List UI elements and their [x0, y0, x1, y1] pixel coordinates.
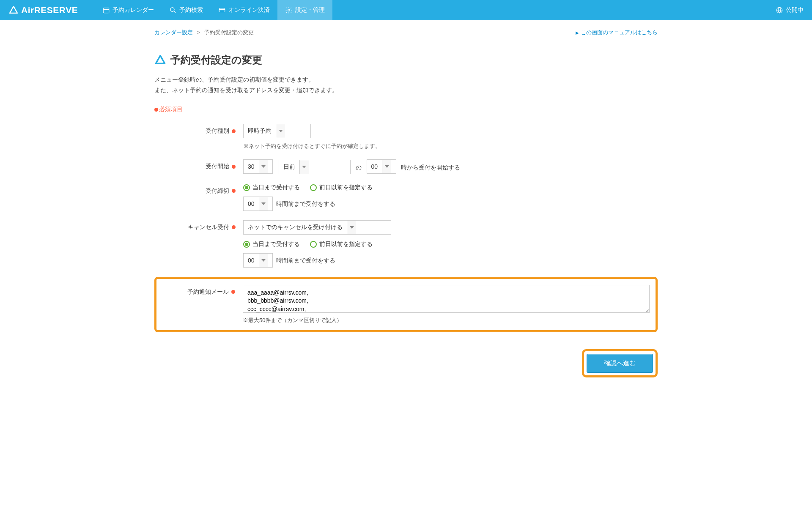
logo-text: AirRESERVE	[21, 5, 78, 15]
required-dot-icon	[232, 225, 236, 229]
globe-icon	[776, 6, 783, 14]
manual-link-text: この画面のマニュアルはこちら	[581, 29, 658, 36]
confirm-button[interactable]: 確認へ進む	[587, 354, 653, 373]
required-dot-icon	[232, 165, 236, 169]
chevron-down-icon	[382, 160, 391, 173]
select-value: 日前	[279, 163, 299, 171]
required-dot-icon	[154, 108, 158, 112]
radio-label: 当日まで受付する	[252, 184, 300, 191]
breadcrumb-sep: >	[197, 29, 200, 36]
calendar-icon	[102, 6, 110, 14]
svg-rect-4	[219, 8, 225, 12]
breadcrumb-parent[interactable]: カレンダー設定	[154, 29, 193, 36]
breadcrumb: カレンダー設定 > 予約受付設定の変更	[154, 29, 254, 36]
radio-cancel-before[interactable]: 前日以前を指定する	[310, 241, 373, 248]
select-start-unit[interactable]: 日前	[279, 160, 351, 174]
search-icon	[169, 6, 177, 14]
label-notify-email: 予約通知メール	[160, 285, 243, 296]
svg-point-6	[288, 9, 290, 11]
svg-line-3	[174, 11, 176, 13]
text-suffix: 時から受付を開始する	[401, 160, 460, 175]
publish-status[interactable]: 公開中	[776, 6, 804, 14]
description-line: メニュー登録時の、予約受付設定の初期値を変更できます。	[154, 74, 658, 85]
label-reception-type: 受付種別	[154, 124, 243, 135]
radio-label: 当日まで受付する	[252, 241, 300, 248]
select-cancel-hour[interactable]: 00	[243, 253, 273, 268]
breadcrumb-current: 予約受付設定の変更	[204, 29, 254, 36]
nav-label: オンライン決済	[228, 6, 270, 14]
nav-label: 設定・管理	[295, 6, 325, 14]
label-reception-deadline: 受付締切	[154, 184, 243, 195]
select-value: 00	[244, 200, 259, 207]
select-cancel-policy[interactable]: ネットでのキャンセルを受け付ける	[243, 220, 391, 235]
required-dot-icon	[232, 129, 236, 133]
select-start-hour[interactable]: 00	[367, 159, 396, 174]
text-suffix: 時間前まで受付をする	[276, 197, 335, 211]
svg-rect-0	[103, 8, 109, 13]
radio-icon	[243, 241, 250, 248]
radio-icon	[243, 184, 250, 191]
card-icon	[218, 6, 226, 14]
chevron-down-icon	[259, 254, 268, 267]
chevron-down-icon	[299, 160, 309, 174]
select-value: 30	[244, 163, 259, 170]
nav-payment[interactable]: オンライン決済	[211, 0, 277, 20]
radio-icon	[310, 241, 317, 248]
radio-deadline-before[interactable]: 前日以前を指定する	[310, 184, 373, 191]
select-value: 00	[367, 163, 382, 170]
status-label: 公開中	[786, 6, 804, 14]
text-suffix: 時間前まで受付をする	[276, 253, 335, 268]
radio-cancel-sameday[interactable]: 当日まで受付する	[243, 241, 300, 248]
hint-reception-type: ※ネット予約を受け付けるとすぐに予約が確定します。	[243, 142, 658, 150]
select-deadline-hour[interactable]: 00	[243, 197, 273, 211]
text-no: の	[356, 160, 362, 175]
gear-icon	[285, 6, 293, 14]
radio-label: 前日以前を指定する	[319, 241, 373, 248]
app-logo[interactable]: AirRESERVE	[8, 5, 78, 15]
settings-form: 受付種別 即時予約 ※ネット予約を受け付けるとすぐに予約が確定します。 受付開始…	[154, 124, 658, 377]
required-dot-icon	[232, 189, 236, 193]
select-start-days[interactable]: 30	[243, 159, 273, 174]
nav-settings[interactable]: 設定・管理	[277, 0, 332, 20]
svg-point-2	[170, 8, 174, 11]
main-nav: 予約カレンダー 予約検索 オンライン決済 設定・管理	[95, 0, 332, 20]
radio-deadline-sameday[interactable]: 当日まで受付する	[243, 184, 300, 191]
chevron-down-icon	[259, 160, 268, 173]
select-value: ネットでのキャンセルを受け付ける	[244, 224, 347, 231]
radio-label: 前日以前を指定する	[319, 184, 373, 191]
hint-notify-email: ※最大50件まで（カンマ区切りで記入）	[243, 317, 650, 324]
chevron-down-icon	[347, 221, 356, 234]
nav-calendar[interactable]: 予約カレンダー	[95, 0, 162, 20]
select-value: 00	[244, 257, 259, 264]
select-reception-type[interactable]: 即時予約	[243, 124, 311, 138]
triangle-icon	[154, 54, 166, 66]
highlight-submit: 確認へ進む	[582, 349, 658, 377]
select-value: 即時予約	[244, 127, 276, 135]
nav-label: 予約カレンダー	[112, 6, 154, 14]
label-cancel: キャンセル受付	[154, 220, 243, 231]
page-title: 予約受付設定の変更	[170, 53, 262, 67]
radio-icon	[310, 184, 317, 191]
label-reception-start: 受付開始	[154, 159, 243, 170]
nav-label: 予約検索	[179, 6, 203, 14]
textarea-notify-email[interactable]	[243, 285, 650, 313]
required-dot-icon	[231, 290, 235, 294]
description-line: また、ネット予約の通知を受け取るアドレスを変更・追加できます。	[154, 85, 658, 96]
required-note: 必須項目	[154, 106, 658, 113]
manual-link[interactable]: この画面のマニュアルはこちら	[576, 29, 658, 36]
app-header: AirRESERVE 予約カレンダー 予約検索 オンライン決済 設定・管理 公開…	[0, 0, 812, 20]
chevron-down-icon	[276, 124, 285, 138]
chevron-down-icon	[259, 197, 268, 210]
logo-icon	[8, 5, 19, 15]
nav-search[interactable]: 予約検索	[162, 0, 211, 20]
highlight-notify-email: 予約通知メール ※最大50件まで（カンマ区切りで記入）	[154, 277, 658, 332]
